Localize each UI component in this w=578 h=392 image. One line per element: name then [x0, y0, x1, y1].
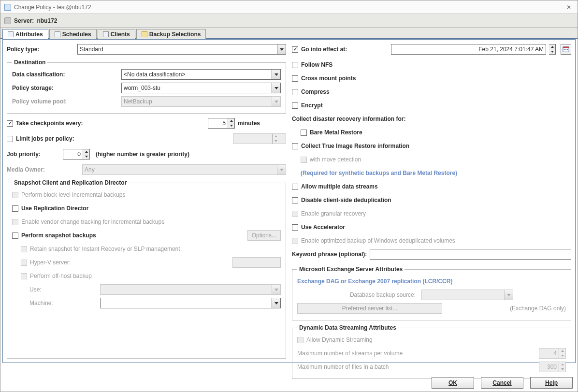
help-button[interactable]: Help — [530, 377, 573, 389]
db-source-label: Database backup source: — [350, 291, 416, 298]
use-accelerator-checkbox[interactable] — [292, 224, 298, 231]
tab-schedules[interactable]: Schedules — [49, 29, 97, 39]
spinner-down — [559, 367, 565, 372]
hyperv-checkbox — [21, 260, 27, 266]
encrypt-checkbox[interactable] — [292, 102, 298, 109]
limit-jobs-checkbox[interactable] — [7, 136, 13, 142]
spinner-down — [273, 139, 279, 144]
spinner-down[interactable] — [549, 49, 555, 54]
destination-legend: Destination — [12, 59, 47, 66]
cancel-button[interactable]: Cancel — [481, 377, 523, 389]
select-value: NetBackup — [124, 98, 152, 105]
ok-button[interactable]: OK — [432, 377, 474, 389]
checkpoints-input[interactable] — [208, 118, 228, 128]
tab-label: Schedules — [62, 31, 91, 38]
spinner-down — [559, 353, 565, 358]
checkpoints-row: Take checkpoints every: minutes — [7, 117, 286, 129]
spinner-up[interactable] — [228, 118, 234, 123]
cross-mount-checkbox[interactable] — [292, 75, 298, 82]
right-column: Go into effect at: Feb 21, 2024 7:01:47 … — [292, 44, 571, 359]
use-label: Use: — [29, 286, 97, 293]
use-replication-director-checkbox[interactable] — [12, 205, 18, 212]
block-level-label: Perform block level incremental backups — [21, 191, 125, 198]
tab-backup-selections[interactable]: Backup Selections — [136, 29, 206, 39]
server-bar: Server: nbu172 — [0, 14, 578, 28]
max-files-input — [539, 362, 559, 372]
use-accelerator-label: Use Accelerator — [301, 224, 345, 231]
offhost-machine-combo[interactable] — [100, 298, 281, 308]
spinner-up[interactable] — [549, 44, 555, 49]
dynamic-legend: Dynamic Data Streaming Attributes — [297, 324, 398, 331]
date-spinner[interactable] — [549, 44, 556, 55]
checkpoints-spinner[interactable] — [208, 118, 235, 129]
tab-clients[interactable]: Clients — [98, 29, 135, 39]
media-owner-label: Media Owner: — [7, 166, 79, 173]
offhost-label: Perform off-host backup — [30, 273, 92, 279]
snapshot-fieldset: Snapshot Client and Replication Director… — [7, 179, 286, 359]
svg-rect-1 — [563, 47, 569, 48]
close-button[interactable]: ✕ — [564, 2, 574, 12]
perform-snapshot-checkbox[interactable] — [12, 232, 18, 239]
snapshot-legend: Snapshot Client and Replication Director — [12, 179, 129, 186]
policy-volume-pool-label: Policy volume pool: — [12, 98, 118, 105]
data-classification-select[interactable]: <No data classification> — [121, 69, 281, 80]
select-value: <No data classification> — [124, 71, 185, 78]
take-checkpoints-checkbox[interactable] — [7, 120, 13, 127]
retain-snapshot-label: Retain snapshot for Instant Recovery or … — [30, 246, 180, 252]
hyperv-label: Hyper-V server: — [30, 259, 230, 266]
policy-type-label: Policy type: — [7, 46, 74, 53]
db-source-combo — [421, 290, 513, 300]
spinner-up[interactable] — [83, 149, 89, 154]
disable-dedup-label: Disable client-side deduplication — [301, 197, 391, 203]
chevron-down-icon — [272, 70, 280, 79]
change-policy-window: Change Policy - test@nbu172 ✕ Server: nb… — [0, 0, 578, 392]
collect-tir-checkbox[interactable] — [292, 143, 298, 149]
chevron-down-icon — [272, 285, 280, 294]
job-priority-hint: (higher number is greater priority) — [96, 151, 189, 158]
policy-storage-label: Policy storage: — [12, 85, 118, 91]
tab-attributes[interactable]: Attributes — [2, 29, 48, 39]
go-into-effect-row: Go into effect at: Feb 21, 2024 7:01:47 … — [292, 44, 571, 55]
dag-only-label: (Exchange DAG only) — [510, 305, 566, 312]
calendar-icon — [563, 46, 569, 53]
calendar-button[interactable] — [561, 44, 571, 55]
tab-label: Clients — [111, 31, 130, 38]
right-options-group: Follow NFS Cross mount points Compress E… — [292, 59, 571, 262]
media-owner-combo: Any — [82, 164, 286, 175]
job-priority-input[interactable] — [63, 149, 83, 159]
max-streams-label: Maximum number of streams per volume — [297, 350, 536, 357]
with-move-hint: (Required for synthetic backups and Bare… — [301, 170, 457, 176]
folder-icon — [142, 31, 147, 37]
clients-icon — [103, 31, 109, 37]
spinner-down[interactable] — [83, 154, 89, 159]
limit-jobs-input — [233, 134, 272, 144]
allow-multiple-checkbox[interactable] — [292, 184, 298, 190]
compress-checkbox[interactable] — [292, 89, 298, 95]
vendor-change-checkbox — [12, 219, 18, 225]
policy-type-select[interactable]: Standard — [77, 44, 286, 55]
policy-storage-select[interactable]: worm_003-stu — [121, 83, 281, 93]
spinner-down[interactable] — [228, 123, 234, 128]
svg-rect-2 — [564, 49, 565, 50]
keyword-input[interactable] — [370, 249, 571, 260]
exchange-legend: Microsoft Exchange Server Attributes — [297, 266, 405, 273]
chevron-down-icon — [272, 97, 280, 106]
max-files-spinner — [539, 362, 566, 372]
enable-granular-checkbox — [292, 211, 298, 217]
collect-dr-label: Collect disaster recovery information fo… — [292, 116, 405, 122]
follow-nfs-checkbox[interactable] — [292, 62, 298, 68]
effect-date-input[interactable]: Feb 21, 2024 7:01:47 AM — [391, 44, 546, 55]
disable-dedup-checkbox[interactable] — [292, 197, 298, 203]
go-into-effect-checkbox[interactable] — [292, 46, 298, 53]
retain-snapshot-checkbox — [21, 246, 27, 252]
job-priority-label: Job priority: — [7, 151, 60, 158]
limit-jobs-spinner — [233, 133, 286, 144]
bare-metal-checkbox[interactable] — [301, 130, 307, 136]
cross-mount-label: Cross mount points — [301, 75, 356, 82]
spinner-up — [273, 134, 279, 139]
collect-tir-label: Collect True Image Restore information — [301, 143, 409, 149]
job-priority-spinner[interactable] — [63, 149, 90, 160]
policy-volume-pool-select: NetBackup — [121, 96, 281, 107]
content-area: Policy type: Standard Destination Data c… — [2, 39, 576, 363]
max-files-label: Maximum number of files in a batch — [297, 363, 536, 370]
